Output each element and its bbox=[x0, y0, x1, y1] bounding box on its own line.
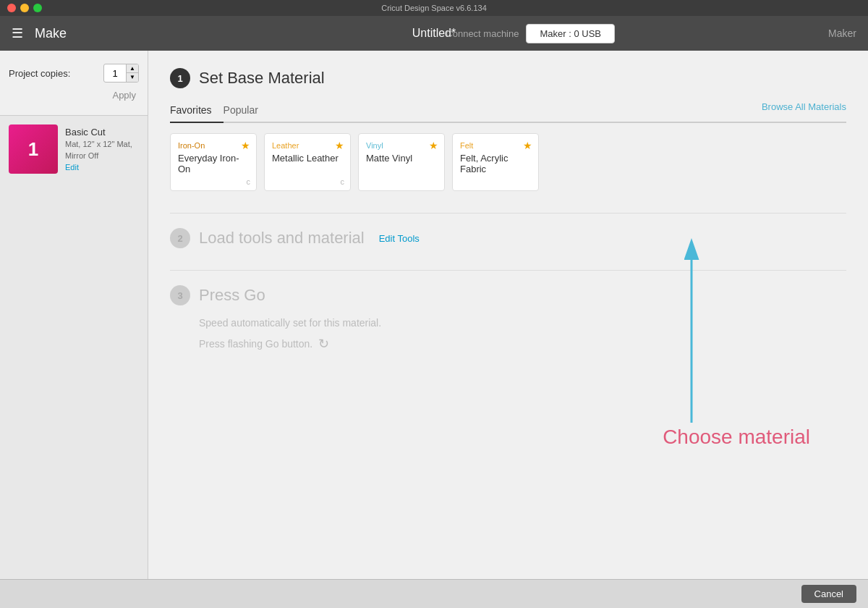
edit-icon-iron-on: c bbox=[247, 177, 251, 186]
project-copies-bar: Project copies: ▲ ▼ Apply bbox=[0, 51, 148, 116]
card-name-vinyl: Matte Vinyl bbox=[366, 153, 437, 164]
star-icon-leather[interactable]: ★ bbox=[335, 140, 344, 151]
tab-popular[interactable]: Popular bbox=[224, 100, 270, 123]
card-category-iron-on: Iron-On bbox=[178, 141, 249, 150]
app-title: Cricut Design Space v6.6.134 bbox=[381, 4, 487, 12]
apply-button[interactable]: Apply bbox=[109, 88, 139, 102]
minimize-button[interactable] bbox=[20, 4, 29, 12]
material-card-iron-on[interactable]: Iron-On Everyday Iron-On ★ c bbox=[170, 133, 257, 191]
material-card-vinyl[interactable]: Vinyl Matte Vinyl ★ bbox=[358, 133, 445, 191]
press-go-row: Press flashing Go button. ↻ bbox=[199, 336, 846, 352]
title-bar: Cricut Design Space v6.6.134 bbox=[0, 0, 868, 16]
cancel-button[interactable]: Cancel bbox=[801, 585, 856, 603]
mat-item: 1 Basic Cut Mat, 12" x 12" Mat, Mirror O… bbox=[0, 116, 148, 182]
mat-thumbnail: 1 bbox=[9, 124, 58, 174]
step-3-circle: 3 bbox=[170, 285, 190, 305]
material-cards: Iron-On Everyday Iron-On ★ c Leather Met… bbox=[170, 133, 846, 191]
copies-input[interactable] bbox=[104, 67, 126, 80]
maximize-button[interactable] bbox=[33, 4, 42, 12]
project-copies-row: Project copies: ▲ ▼ bbox=[9, 64, 139, 83]
step-2-circle: 2 bbox=[170, 228, 190, 248]
star-icon-iron-on[interactable]: ★ bbox=[241, 140, 250, 151]
maker-connect-button[interactable]: Maker : 0 USB bbox=[526, 24, 615, 43]
step-2-header: 2 Load tools and material Edit Tools bbox=[170, 228, 846, 248]
mat-edit-link[interactable]: Edit bbox=[65, 163, 139, 172]
edit-tools-link[interactable]: Edit Tools bbox=[379, 233, 420, 244]
card-name-iron-on: Everyday Iron-On bbox=[178, 153, 249, 174]
bottom-bar: Cancel bbox=[0, 579, 868, 608]
maker-label: Maker bbox=[828, 28, 856, 39]
project-copies-label: Project copies: bbox=[9, 68, 70, 79]
make-label: Make bbox=[35, 26, 67, 41]
sidebar: Project copies: ▲ ▼ Apply 1 Basic Cut Ma bbox=[0, 51, 148, 579]
copies-increment[interactable]: ▲ bbox=[127, 64, 138, 73]
step-3-header: 3 Press Go bbox=[170, 285, 846, 305]
browse-all-link[interactable]: Browse All Materials bbox=[762, 101, 846, 112]
edit-icon-leather: c bbox=[341, 177, 345, 186]
card-name-leather: Metallic Leather bbox=[272, 153, 343, 164]
content-area: 1 Set Base Material Favorites Popular Br… bbox=[148, 51, 868, 579]
step-1-title: Set Base Material bbox=[199, 69, 325, 88]
star-icon-vinyl[interactable]: ★ bbox=[429, 140, 438, 151]
copies-decrement[interactable]: ▼ bbox=[127, 73, 138, 82]
copies-input-wrap: ▲ ▼ bbox=[103, 64, 139, 83]
step-1-circle: 1 bbox=[170, 68, 190, 88]
connect-machine-label: Connect machine bbox=[446, 28, 519, 39]
tab-favorites[interactable]: Favorites bbox=[170, 100, 224, 123]
copies-spinners: ▲ ▼ bbox=[126, 64, 138, 82]
speed-text: Speed automatically set for this materia… bbox=[199, 317, 846, 329]
choose-material-label: Choose material bbox=[663, 426, 810, 449]
close-button[interactable] bbox=[7, 4, 16, 12]
mat-info-block: Basic Cut Mat, 12" x 12" Mat, Mirror Off… bbox=[65, 127, 139, 172]
star-icon-felt[interactable]: ★ bbox=[523, 140, 532, 151]
step-3-divider bbox=[170, 270, 846, 271]
menu-bar: ☰ Make Untitled* Connect machine Maker :… bbox=[0, 16, 868, 51]
main-layout: Project copies: ▲ ▼ Apply 1 Basic Cut Ma bbox=[0, 51, 868, 579]
step-2-divider bbox=[170, 213, 846, 214]
step-1-header: 1 Set Base Material bbox=[170, 68, 846, 88]
go-icon: ↻ bbox=[318, 336, 329, 352]
material-card-felt[interactable]: Felt Felt, Acrylic Fabric ★ bbox=[452, 133, 539, 191]
card-name-felt: Felt, Acrylic Fabric bbox=[460, 153, 531, 174]
card-category-leather: Leather bbox=[272, 141, 343, 150]
mat-label: Basic Cut bbox=[65, 127, 139, 138]
material-card-leather[interactable]: Leather Metallic Leather ★ c bbox=[264, 133, 351, 191]
step-2-section: 2 Load tools and material Edit Tools bbox=[170, 228, 846, 248]
mat-dimensions: Mat, 12" x 12" Mat, Mirror Off bbox=[65, 139, 139, 161]
tabs-row: Favorites Popular bbox=[170, 100, 846, 123]
hamburger-icon[interactable]: ☰ bbox=[12, 25, 23, 41]
card-category-vinyl: Vinyl bbox=[366, 141, 437, 150]
step-1-section: 1 Set Base Material Favorites Popular Br… bbox=[170, 68, 846, 191]
step-3-section: 3 Press Go Speed automatically set for t… bbox=[170, 285, 846, 352]
mat-number: 1 bbox=[28, 138, 38, 161]
traffic-lights bbox=[7, 4, 42, 12]
step-3-title: Press Go bbox=[199, 286, 265, 305]
card-category-felt: Felt bbox=[460, 141, 531, 150]
step-2-title: Load tools and material bbox=[199, 229, 365, 248]
press-go-label: Press flashing Go button. bbox=[199, 338, 312, 350]
